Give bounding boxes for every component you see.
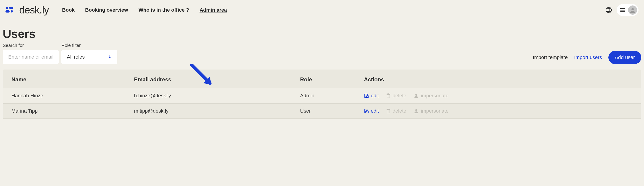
nav-item-admin[interactable]: Admin area (200, 7, 227, 13)
users-table-container: Name Email address Role Actions Hannah H… (3, 69, 641, 119)
table-header-name: Name (3, 69, 130, 88)
delete-button: delete (386, 93, 406, 99)
impersonate-button: impersonate (414, 93, 448, 99)
nav-item-book[interactable]: Book (62, 7, 74, 13)
svg-point-6 (415, 94, 417, 96)
main-nav: Book Booking overview Who is in the offi… (62, 7, 227, 13)
edit-icon (364, 109, 369, 114)
table-row: Hannah Hinze h.hinze@desk.ly Admin edit (3, 88, 641, 103)
trash-icon (386, 93, 391, 98)
role-filter-value: All roles (67, 54, 85, 60)
users-table: Name Email address Role Actions Hannah H… (3, 69, 641, 119)
avatar (628, 5, 637, 14)
role-filter-select[interactable]: All roles (62, 50, 117, 64)
page-title: Users (0, 20, 644, 43)
table-header-email: Email address (130, 69, 296, 88)
nav-item-booking-overview[interactable]: Booking overview (85, 7, 128, 13)
logo[interactable]: desk.ly (6, 4, 49, 16)
nav-item-office[interactable]: Who is in the office ? (138, 7, 189, 13)
person-icon (414, 108, 419, 114)
logo-icon (6, 6, 17, 14)
table-header-actions: Actions (360, 69, 641, 88)
person-icon (414, 93, 419, 98)
svg-point-3 (11, 10, 13, 12)
edit-button[interactable]: edit (364, 108, 379, 114)
add-user-button[interactable]: Add user (608, 51, 641, 64)
import-template-link[interactable]: Import template (533, 54, 568, 60)
role-filter-label: Role filter (62, 43, 117, 48)
delete-button: delete (386, 108, 406, 114)
search-label: Search for (3, 43, 59, 48)
edit-button[interactable]: edit (364, 93, 379, 99)
cell-email: h.hinze@desk.ly (130, 88, 296, 103)
table-row: Marina Tipp m.tipp@desk.ly User edit (3, 103, 641, 119)
cell-name: Hannah Hinze (3, 88, 130, 103)
cell-email: m.tipp@desk.ly (130, 103, 296, 119)
chevron-down-icon (108, 54, 112, 60)
table-header-role: Role (296, 69, 360, 88)
svg-rect-1 (9, 6, 13, 9)
edit-icon (364, 93, 369, 98)
hamburger-icon (620, 8, 625, 12)
impersonate-button: impersonate (414, 108, 448, 114)
language-icon[interactable] (606, 7, 612, 13)
search-input[interactable] (3, 50, 59, 64)
cell-role: Admin (296, 88, 360, 103)
svg-point-7 (415, 109, 417, 111)
svg-rect-2 (6, 10, 10, 12)
svg-point-5 (632, 8, 634, 10)
cell-name: Marina Tipp (3, 103, 130, 119)
cell-role: User (296, 103, 360, 119)
trash-icon (386, 109, 391, 114)
user-menu[interactable] (616, 4, 638, 16)
import-users-link[interactable]: Import users (574, 54, 602, 60)
svg-point-0 (6, 6, 8, 9)
logo-text: desk.ly (19, 4, 49, 16)
